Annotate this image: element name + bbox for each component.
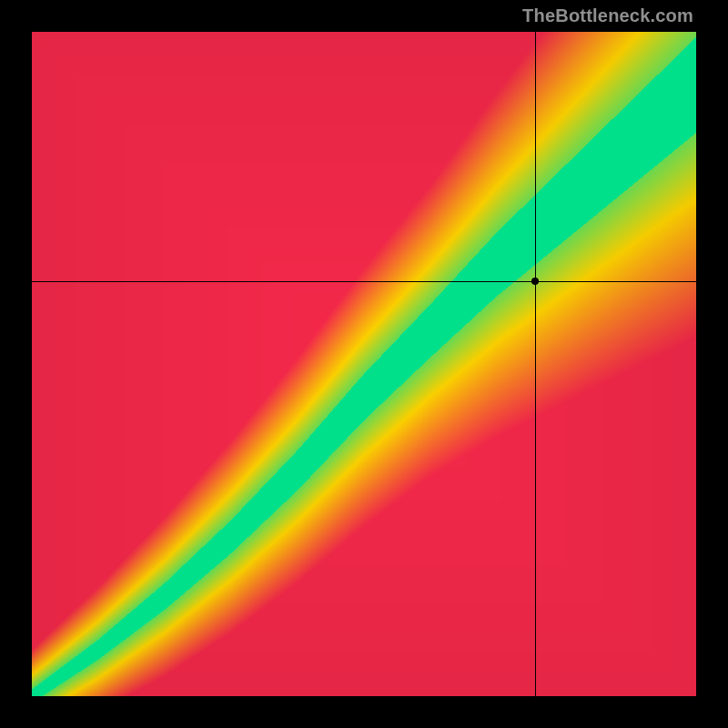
crosshair-marker	[531, 278, 539, 285]
heatmap-plot	[32, 32, 696, 696]
chart-frame: TheBottleneck.com	[0, 0, 728, 728]
watermark-label: TheBottleneck.com	[522, 5, 693, 26]
crosshair-vertical	[535, 32, 536, 696]
heatmap-canvas	[32, 32, 696, 696]
crosshair-horizontal	[32, 281, 696, 282]
